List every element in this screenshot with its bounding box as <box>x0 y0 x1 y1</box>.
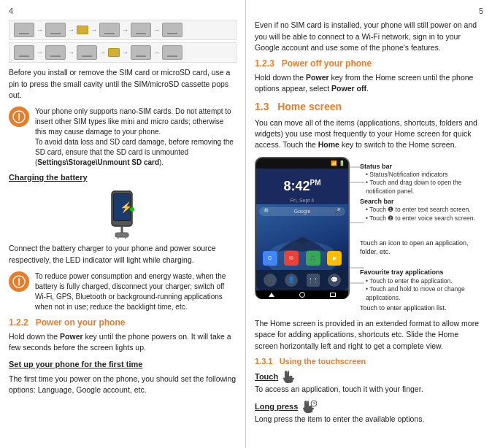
phone-thumb-9 <box>131 45 151 60</box>
note-icon-1 <box>9 107 29 127</box>
section-122-text: Hold down the Power key until the phone … <box>9 331 237 353</box>
phone-time-display: 8:42PM <box>256 177 348 196</box>
phone-apps-row: G ✉ 🎵 ▶ <box>256 250 348 267</box>
callout-touch-icon: Touch an icon to open an application, fo… <box>360 239 483 256</box>
longpress-hand-icon <box>302 399 317 414</box>
tray-messages-icon: 💬 <box>328 274 341 287</box>
arrow-2: → <box>68 26 74 35</box>
note-box-2: To reduce power consumption and energy w… <box>9 271 237 312</box>
section-123-heading: 1.2.3 Power off your phone <box>255 58 483 70</box>
phone-thumb-7 <box>45 45 66 60</box>
charging-title: Charging the battery <box>9 172 237 183</box>
app-icon-email: ✉ <box>284 251 299 266</box>
callout-fav-tray: Favourite tray applications • Touch to e… <box>360 268 483 302</box>
page-number-left: 4 <box>9 6 237 17</box>
svg-point-9 <box>130 207 134 212</box>
section-123-number: 1.2.3 <box>255 58 274 69</box>
homescreen-desc: The Home screen is provided in an extend… <box>255 318 483 352</box>
callout-lines-svg <box>350 157 364 299</box>
section-122-number: 1.2.2 <box>9 317 28 328</box>
sim-row-2: → → → → → <box>9 42 237 63</box>
callout-fav-sub2: • Touch and hold to move or change appli… <box>360 285 483 302</box>
callout-status-sub2: • Touch and drag down to open the notifi… <box>360 179 483 196</box>
section-122-heading: 1.2.2 Power on your phone <box>9 317 237 329</box>
callout-search-sub1: • Touch ❶ to enter text search screen. <box>360 206 483 214</box>
sim-strip-top: → → → → → → → → → → <box>9 20 237 63</box>
arrow-8: → <box>99 48 106 58</box>
charging-instruction: Connect the battery charger to your phon… <box>9 243 237 265</box>
callout-labels: Status bar • Status/Notification indicat… <box>354 157 483 313</box>
section-123-text: Hold down the Power key from the Home sc… <box>255 72 483 94</box>
arrow-7: → <box>68 48 74 58</box>
callout-status-bar-label: Status bar <box>360 163 392 170</box>
phone-tray: 📞 👤 ⋮⋮ 💬 <box>256 270 348 290</box>
phone-thumb-6 <box>14 45 34 60</box>
phone-thumb-1 <box>14 23 34 37</box>
sim-row-1: → → → → → <box>9 20 237 40</box>
battery-image-container: ⚡ <box>9 188 237 239</box>
section-131-heading: 1.3.1 Using the touchscreen <box>255 356 483 367</box>
section-131-number: 1.3.1 <box>255 357 272 366</box>
setup-text: The first time you power on the phone, y… <box>9 374 237 395</box>
arrow-5: → <box>153 26 160 35</box>
callout-fav-sub1: • Touch to enter the application. <box>360 277 483 285</box>
phone-thumb-10 <box>162 45 182 60</box>
touch-desc: To access an application, touch it with … <box>255 384 483 395</box>
section-123-title: Power off your phone <box>282 58 372 69</box>
callout-app-list: Touch to enter application list. <box>360 304 483 312</box>
note-icon-2 <box>9 271 29 292</box>
section-122-title: Power on your phone <box>36 317 126 328</box>
phone-date-display: Fri, Sept 4 <box>256 197 348 204</box>
callout-search-bar-label: Search bar <box>360 198 394 205</box>
app-icon-google: G <box>263 251 277 266</box>
setup-title: Set up your phone for the first time <box>9 359 237 370</box>
tray-phone-icon: 📞 <box>264 274 277 287</box>
arrow-3: → <box>91 26 97 35</box>
callout-status-sub1: • Status/Notification indicators <box>360 171 483 179</box>
homescreen-diagram: 📶 🔋 8:42PM Fri, Sept 4 🔍 Google 🎤 <box>255 157 483 313</box>
arrow-6: → <box>36 48 43 58</box>
section-13-text: You can move all of the items (applicati… <box>255 117 483 151</box>
right-page: 5 Even if no SIM card is installed, your… <box>246 0 492 448</box>
callout-status-bar: Status bar • Status/Notification indicat… <box>360 162 483 196</box>
phone-thumb-4 <box>131 23 151 37</box>
left-page: 4 → → → → → → → → → → B <box>0 0 246 448</box>
phone-mockup: 📶 🔋 8:42PM Fri, Sept 4 🔍 Google 🎤 <box>255 157 350 313</box>
phone-thumb-3 <box>99 23 120 37</box>
note-text-2: To reduce power consumption and energy w… <box>35 271 237 312</box>
page-number-right: 5 <box>255 6 483 17</box>
section-131-title: Using the touchscreen <box>280 357 366 366</box>
phone-nav-bar <box>256 290 348 299</box>
phone-thumb-2 <box>45 23 66 37</box>
touch-section: Touch To access an application, touch it… <box>255 369 483 395</box>
svg-text:⚡: ⚡ <box>120 201 133 214</box>
nav-recent-btn <box>330 293 336 297</box>
app-icon-mic: 🎵 <box>306 251 320 266</box>
longpress-section: Long press Long press the item to enter … <box>255 399 483 425</box>
callout-search-sub2: • Touch ❷ to enter voice search screen. <box>360 215 483 223</box>
arrow-4: → <box>122 26 128 35</box>
sim-instruction-text: Before you install or remove the SIM car… <box>9 67 237 101</box>
phone-thumb-5 <box>162 23 182 37</box>
intro-text: Even if no SIM card is installed, your p… <box>255 20 483 53</box>
app-icon-play: ▶ <box>327 251 342 266</box>
callout-fav-tray-label: Favourite tray applications <box>360 269 444 276</box>
arrow-10: → <box>153 48 160 58</box>
phone-wallpaper: 🔍 Google 🎤 G ✉ 🎵 <box>256 204 348 270</box>
tray-contacts-icon: 👤 <box>285 274 298 287</box>
nav-home-btn <box>299 292 305 298</box>
sim-card-1 <box>77 26 88 34</box>
phone-status-bar: 📶 🔋 <box>256 158 348 169</box>
note-box-1: Your phone only supports nano-SIM cards.… <box>9 107 237 168</box>
arrow-1: → <box>36 26 43 35</box>
nav-back-btn <box>269 293 274 297</box>
touch-label: Touch <box>255 372 278 381</box>
phone-thumb-8 <box>77 45 97 60</box>
phone-search-bar: 🔍 Google 🎤 <box>259 207 345 216</box>
phone-screen: 📶 🔋 8:42PM Fri, Sept 4 🔍 Google 🎤 <box>255 157 350 299</box>
tray-menu-icon: ⋮⋮ <box>307 274 320 287</box>
section-13-title: Home screen <box>277 101 342 112</box>
battery-svg: ⚡ <box>79 188 166 239</box>
note-text-1: Your phone only supports nano-SIM cards.… <box>35 107 237 168</box>
touch-hand-icon <box>282 369 294 384</box>
